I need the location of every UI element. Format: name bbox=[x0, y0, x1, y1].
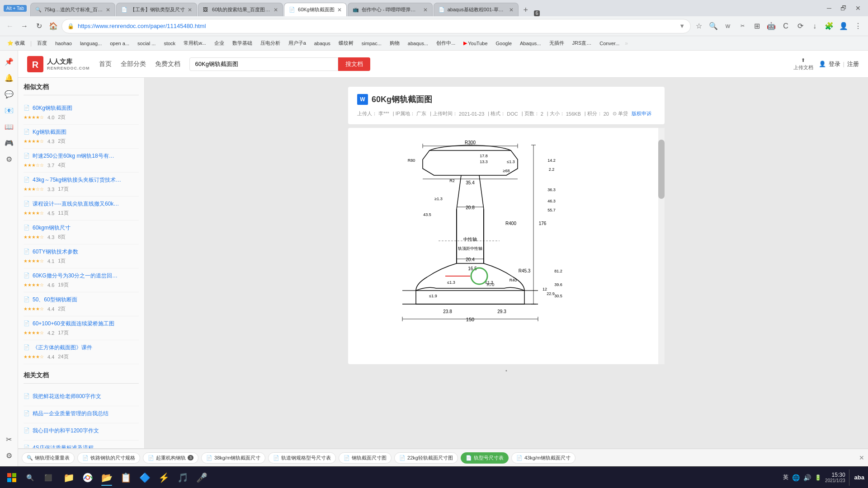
bookmark-languag[interactable]: languag... bbox=[76, 40, 105, 47]
bookmark-simpac[interactable]: simpac... bbox=[358, 40, 385, 47]
tab-close-2[interactable]: ✕ bbox=[188, 7, 192, 13]
bookmark-star[interactable]: ☆ bbox=[693, 20, 705, 33]
bookmark-baidu[interactable]: 百度 bbox=[33, 39, 51, 47]
similar-doc-1[interactable]: 📄 Kg钢轨截面图 ★★★★☆ 4.3 2页 bbox=[24, 125, 139, 149]
bookmark-yonghu[interactable]: 用户子a bbox=[285, 39, 310, 47]
extension-btn-5[interactable]: C bbox=[779, 20, 792, 33]
taskbar-battery[interactable]: 🔋 bbox=[815, 474, 821, 481]
tab-5[interactable]: 📺 创作中心 - 哔哩哔哩弹幕视频… ✕ bbox=[348, 3, 433, 16]
site-search-button[interactable]: 搜文档 bbox=[338, 57, 370, 71]
taskbar-app-explorer[interactable]: 📁 bbox=[60, 469, 78, 487]
search-tag-3[interactable]: 📄 38kg/m钢轨截面尺寸 bbox=[201, 452, 265, 464]
similar-doc-6[interactable]: 📄 60TY钢轨技术参数 ★★★★☆ 4.1 1页 bbox=[24, 244, 139, 268]
related-doc-1[interactable]: 📄 精品一企业质量管理的自我总结 bbox=[24, 406, 139, 423]
bookmark-qiye[interactable]: 企业 bbox=[211, 39, 228, 47]
bookmark-jrs[interactable]: JRS直… bbox=[569, 39, 595, 47]
bookmark-abaqus3[interactable]: Abaqus... bbox=[516, 40, 544, 47]
profile-button[interactable]: 👤 bbox=[837, 20, 850, 33]
extensions-menu[interactable]: 🧩 bbox=[823, 20, 835, 33]
similar-doc-8[interactable]: 📄 50、60型钢轨断面 ★★★★☆ 4.4 2页 bbox=[24, 292, 139, 316]
doc-scrollbar[interactable] bbox=[658, 128, 665, 364]
taskbar-clock[interactable]: 15:30 2021/1/23 bbox=[825, 472, 845, 483]
tab-2[interactable]: 📄 【工务】钢轨类型及尺寸 ✕ bbox=[116, 3, 197, 16]
taskbar-widgets[interactable]: ⬛ bbox=[40, 469, 56, 486]
bookmark-starred[interactable]: ⭐ 收藏 bbox=[4, 39, 28, 47]
taskbar-search[interactable]: 🔍 bbox=[22, 469, 38, 486]
taskbar-app-mic[interactable]: 🎤 bbox=[193, 469, 211, 487]
sidebar-icon-3[interactable]: 💬 bbox=[2, 87, 16, 101]
bookmark-changyong[interactable]: 常用机w... bbox=[180, 39, 210, 47]
bookmark-google[interactable]: Google bbox=[492, 40, 515, 47]
sidebar-icon-1[interactable]: 📌 bbox=[2, 54, 16, 69]
tab-close-4[interactable]: ✕ bbox=[337, 7, 342, 13]
scrollbar-thumb[interactable] bbox=[658, 140, 665, 199]
register-link[interactable]: 注册 bbox=[847, 60, 859, 68]
tab-close-1[interactable]: ✕ bbox=[106, 7, 110, 13]
tab-1[interactable]: 🔍 75kg…道的尺寸标准_百度搜索 ✕ bbox=[30, 3, 115, 16]
bookmark-conver[interactable]: Conver... bbox=[596, 40, 623, 47]
bookmark-abaqus2[interactable]: abaqus... bbox=[404, 40, 432, 47]
taskbar-app-blue[interactable]: 🔷 bbox=[136, 469, 154, 487]
zoom-button[interactable]: 🔍 bbox=[707, 20, 720, 33]
taskbar-app-notepad[interactable]: 📋 bbox=[117, 469, 135, 487]
taskbar-app-folder[interactable]: 📂 bbox=[98, 469, 116, 487]
search-tag-6[interactable]: 📄 22kg轻轨截面尺寸图 bbox=[394, 452, 458, 464]
bookmark-youtube[interactable]: ▶ YouTube bbox=[460, 39, 491, 47]
similar-doc-10[interactable]: 📄 《正方体的截面图》课件 ★★★★☆ 4.4 24页 bbox=[24, 340, 139, 364]
bookmark-gouwu[interactable]: 购物 bbox=[386, 39, 403, 47]
sidebar-icon-9[interactable]: ⚙ bbox=[2, 448, 16, 463]
nav-categories[interactable]: 全部分类 bbox=[121, 60, 146, 68]
extension-btn-1[interactable]: W bbox=[722, 20, 734, 33]
menu-button[interactable]: ⋮ bbox=[852, 20, 864, 33]
tab-close-6[interactable]: ✕ bbox=[509, 7, 514, 13]
taskbar-app-chrome[interactable] bbox=[79, 469, 97, 487]
close-all-tags[interactable]: ✕ bbox=[859, 454, 864, 461]
site-search-input[interactable] bbox=[189, 57, 338, 71]
bookmark-yadian[interactable]: 压电分析 bbox=[257, 39, 284, 47]
restore-button[interactable]: 🗗 bbox=[837, 2, 850, 14]
doc-copyright[interactable]: 版权申诉 bbox=[632, 110, 651, 117]
back-button[interactable]: ← bbox=[4, 20, 16, 33]
bookmark-open[interactable]: open a... bbox=[106, 40, 133, 47]
address-bar[interactable]: 🔒 https://www.renrendoc.com/paper/111454… bbox=[61, 19, 691, 33]
bookmark-chuangzuo[interactable]: 创作中... bbox=[433, 39, 459, 47]
extension-btn-7[interactable]: ↓ bbox=[808, 20, 821, 33]
taskbar-app-music[interactable]: 🎵 bbox=[174, 469, 192, 487]
extension-btn-6[interactable]: ⟳ bbox=[794, 20, 807, 33]
login-link[interactable]: 登录 bbox=[829, 60, 840, 68]
new-tab-button[interactable]: + bbox=[519, 4, 532, 16]
upload-button[interactable]: ⬆ 上传文档 bbox=[793, 57, 813, 71]
search-tag-8[interactable]: 📄 43kg/m钢轨截面尺寸 bbox=[511, 452, 576, 464]
search-tag-7[interactable]: 📄 轨型号尺寸表 bbox=[461, 452, 509, 464]
forward-button[interactable]: → bbox=[18, 20, 31, 33]
sidebar-icon-7[interactable]: ⚙ bbox=[2, 152, 16, 166]
extension-btn-2[interactable]: ✂ bbox=[736, 20, 749, 33]
tab-close-3[interactable]: ✕ bbox=[274, 7, 278, 13]
sidebar-icon-8[interactable]: ✂ bbox=[2, 432, 16, 446]
similar-doc-4[interactable]: 📄 课程设计----直线尖轨直线撤又60k… ★★★★☆ 4.5 11页 bbox=[24, 197, 139, 221]
search-tag-1[interactable]: 📄 铁路钢轨的尺寸规格 bbox=[77, 452, 140, 464]
taskbar-network[interactable]: 🌐 bbox=[792, 474, 800, 481]
search-tag-4[interactable]: 📄 轨道钢规格型号尺寸表 bbox=[268, 452, 336, 464]
similar-doc-0[interactable]: 📄 60Kg钢轨截面图 ★★★★☆ 4.0 2页 bbox=[24, 101, 139, 125]
tab-4[interactable]: 📄 60Kg钢轨截面图 ✕ bbox=[284, 3, 347, 16]
bookmark-stock[interactable]: stock bbox=[160, 40, 179, 47]
sidebar-icon-2[interactable]: 🔔 bbox=[2, 70, 16, 85]
bookmark-haohao[interactable]: haohao bbox=[52, 40, 75, 47]
similar-doc-5[interactable]: 📄 60kgm钢轨尺寸 ★★★★☆ 4.3 8页 bbox=[24, 221, 139, 244]
related-doc-0[interactable]: 📄 我把鲜花送给老师800字作文 bbox=[24, 389, 139, 406]
related-doc-3[interactable]: 📄 4S店保洁质量标准及流程 bbox=[24, 441, 139, 448]
sidebar-icon-6[interactable]: 🎮 bbox=[2, 136, 16, 150]
minimize-button[interactable]: ─ bbox=[823, 2, 835, 14]
search-tag-2[interactable]: 📄 起重机构钢轨 3 bbox=[143, 452, 198, 464]
bookmark-diewen[interactable]: 蝶纹树 bbox=[335, 39, 357, 47]
search-tag-0[interactable]: 🔍 钢轨理论重量表 bbox=[22, 452, 75, 464]
tab-6[interactable]: 📄 abaqus基础教程001-草图绘制… ✕ bbox=[434, 3, 519, 16]
tab-close-5[interactable]: ✕ bbox=[423, 7, 428, 13]
sidebar-icon-4[interactable]: 📧 bbox=[2, 103, 16, 117]
search-tag-5[interactable]: 📄 钢轨截面尺寸图 bbox=[339, 452, 392, 464]
taskbar-app-lightning[interactable]: ⚡ bbox=[155, 469, 173, 487]
extension-btn-3[interactable]: ⊞ bbox=[750, 20, 763, 33]
similar-doc-3[interactable]: 📄 43kg～75kg钢轨接头夹板订货技术… ★★★☆☆ 3.3 17页 bbox=[24, 173, 139, 197]
tab-3[interactable]: 🖼 60轨的搜索结果_百度图片搜索 ✕ bbox=[198, 3, 283, 16]
